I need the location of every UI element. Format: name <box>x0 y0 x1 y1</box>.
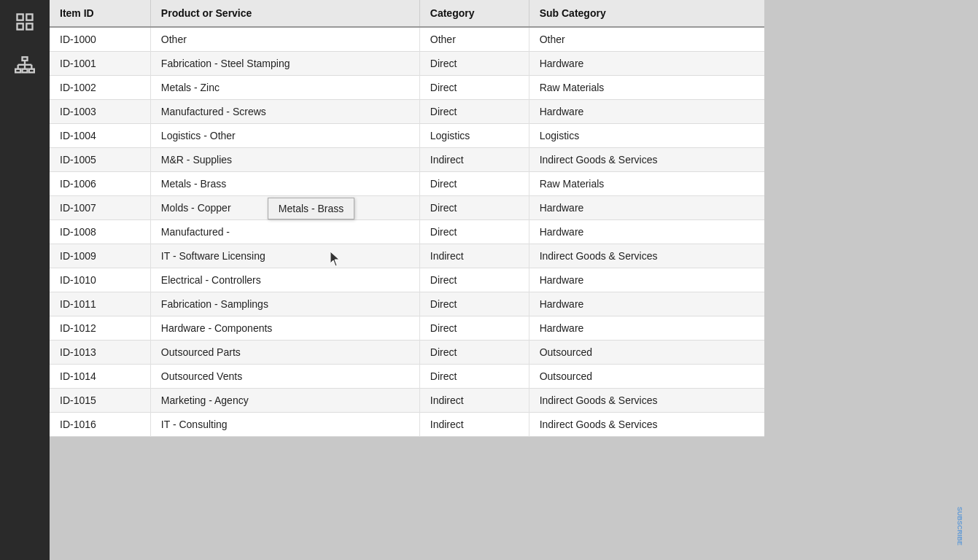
cell-category: Direct <box>419 292 529 316</box>
table-row[interactable]: ID-1011Fabrication - SamplingsDirectHard… <box>50 292 764 316</box>
col-header-product: Product or Service <box>150 0 419 27</box>
table-row[interactable]: ID-1013Outsourced PartsDirectOutsourced <box>50 341 764 365</box>
cell-subcategory: Indirect Goods & Services <box>529 244 764 268</box>
cell-category: Logistics <box>419 124 529 148</box>
table-row[interactable]: ID-1016IT - ConsultingIndirectIndirect G… <box>50 413 764 437</box>
col-header-category: Category <box>419 0 529 27</box>
table-row[interactable]: ID-1005M&R - SuppliesIndirectIndirect Go… <box>50 148 764 172</box>
cell-category: Direct <box>419 220 529 244</box>
cell-subcategory: Indirect Goods & Services <box>529 148 764 172</box>
svg-rect-6 <box>23 69 28 73</box>
table-row[interactable]: ID-1003Manufactured - ScrewsDirectHardwa… <box>50 100 764 124</box>
cell-product: Metals - Brass <box>150 172 419 196</box>
table-row[interactable]: ID-1015Marketing - AgencyIndirectIndirec… <box>50 389 764 413</box>
table-container: Item ID Product or Service Category Sub … <box>50 0 764 437</box>
cell-product: IT - Consulting <box>150 413 419 437</box>
cell-item-id: ID-1016 <box>50 413 150 437</box>
cell-product: Hardware - Components <box>150 316 419 341</box>
table-row[interactable]: ID-1007Molds - CopperMetals - BrassDirec… <box>50 196 764 220</box>
cell-item-id: ID-1013 <box>50 341 150 365</box>
cell-category: Direct <box>419 52 529 76</box>
cell-category: Direct <box>419 316 529 341</box>
cell-product: Metals - Zinc <box>150 76 419 100</box>
col-header-subcategory: Sub Category <box>529 0 764 27</box>
cell-subcategory: Hardware <box>529 196 764 220</box>
table-row[interactable]: ID-1012Hardware - ComponentsDirectHardwa… <box>50 316 764 341</box>
cell-category: Direct <box>419 268 529 292</box>
cell-product: Molds - CopperMetals - Brass <box>150 196 419 220</box>
cell-item-id: ID-1014 <box>50 365 150 389</box>
cell-product: Fabrication - Samplings <box>150 292 419 316</box>
hierarchy-icon[interactable] <box>10 51 39 80</box>
grid-icon[interactable] <box>10 7 39 36</box>
cell-subcategory: Indirect Goods & Services <box>529 389 764 413</box>
cell-item-id: ID-1009 <box>50 244 150 268</box>
cell-item-id: ID-1010 <box>50 268 150 292</box>
cell-subcategory: Logistics <box>529 124 764 148</box>
cell-product: Fabrication - Steel Stamping <box>150 52 419 76</box>
cell-item-id: ID-1004 <box>50 124 150 148</box>
svg-rect-7 <box>29 69 34 73</box>
cell-item-id: ID-1000 <box>50 27 150 52</box>
cell-product: Marketing - Agency <box>150 389 419 413</box>
cell-subcategory: Raw Materials <box>529 76 764 100</box>
cell-subcategory: Indirect Goods & Services <box>529 413 764 437</box>
cell-category: Indirect <box>419 244 529 268</box>
svg-rect-4 <box>23 57 28 61</box>
cell-product: Logistics - Other <box>150 124 419 148</box>
table-row[interactable]: ID-1008Manufactured - DirectHardware <box>50 220 764 244</box>
subscribe-watermark: SUBSCRIBE <box>956 507 963 545</box>
table-row[interactable]: ID-1000OtherOtherOther <box>50 27 764 52</box>
cell-category: Indirect <box>419 148 529 172</box>
cell-item-id: ID-1005 <box>50 148 150 172</box>
col-header-item-id: Item ID <box>50 0 150 27</box>
svg-rect-1 <box>26 15 32 20</box>
svg-rect-2 <box>18 23 23 29</box>
table-row[interactable]: ID-1001Fabrication - Steel StampingDirec… <box>50 52 764 76</box>
cell-subcategory: Hardware <box>529 220 764 244</box>
tooltip: Metals - Brass <box>268 198 354 219</box>
cell-subcategory: Hardware <box>529 100 764 124</box>
table-row[interactable]: ID-1010Electrical - ControllersDirectHar… <box>50 268 764 292</box>
sidebar <box>0 0 50 560</box>
cell-item-id: ID-1001 <box>50 52 150 76</box>
cell-category: Direct <box>419 172 529 196</box>
cell-subcategory: Hardware <box>529 316 764 341</box>
cell-product: M&R - Supplies <box>150 148 419 172</box>
cell-product: Other <box>150 27 419 52</box>
cell-subcategory: Hardware <box>529 52 764 76</box>
cell-product: Manufactured - Screws <box>150 100 419 124</box>
svg-rect-0 <box>18 15 23 20</box>
cell-product: Manufactured - <box>150 220 419 244</box>
cell-subcategory: Outsourced <box>529 365 764 389</box>
table-row[interactable]: ID-1002Metals - ZincDirectRaw Materials <box>50 76 764 100</box>
cell-category: Indirect <box>419 389 529 413</box>
cell-subcategory: Outsourced <box>529 341 764 365</box>
cell-category: Direct <box>419 341 529 365</box>
cell-item-id: ID-1015 <box>50 389 150 413</box>
main-content: Item ID Product or Service Category Sub … <box>50 0 978 560</box>
table-header-row: Item ID Product or Service Category Sub … <box>50 0 764 27</box>
cell-item-id: ID-1011 <box>50 292 150 316</box>
cell-product: Outsourced Parts <box>150 341 419 365</box>
cell-category: Other <box>419 27 529 52</box>
cell-subcategory: Raw Materials <box>529 172 764 196</box>
cell-category: Direct <box>419 196 529 220</box>
table-row[interactable]: ID-1014Outsourced VentsDirectOutsourced <box>50 365 764 389</box>
cell-category: Direct <box>419 76 529 100</box>
table-row[interactable]: ID-1009IT - Software LicensingIndirectIn… <box>50 244 764 268</box>
cell-item-id: ID-1006 <box>50 172 150 196</box>
cell-subcategory: Hardware <box>529 292 764 316</box>
cell-item-id: ID-1007 <box>50 196 150 220</box>
table-row[interactable]: ID-1006Metals - BrassDirectRaw Materials <box>50 172 764 196</box>
cell-subcategory: Other <box>529 27 764 52</box>
cell-category: Indirect <box>419 413 529 437</box>
cell-item-id: ID-1012 <box>50 316 150 341</box>
svg-rect-5 <box>15 69 20 73</box>
table-row[interactable]: ID-1004Logistics - OtherLogisticsLogisti… <box>50 124 764 148</box>
cell-item-id: ID-1003 <box>50 100 150 124</box>
data-table: Item ID Product or Service Category Sub … <box>50 0 764 437</box>
cell-item-id: ID-1002 <box>50 76 150 100</box>
cell-product: Outsourced Vents <box>150 365 419 389</box>
cell-category: Direct <box>419 365 529 389</box>
